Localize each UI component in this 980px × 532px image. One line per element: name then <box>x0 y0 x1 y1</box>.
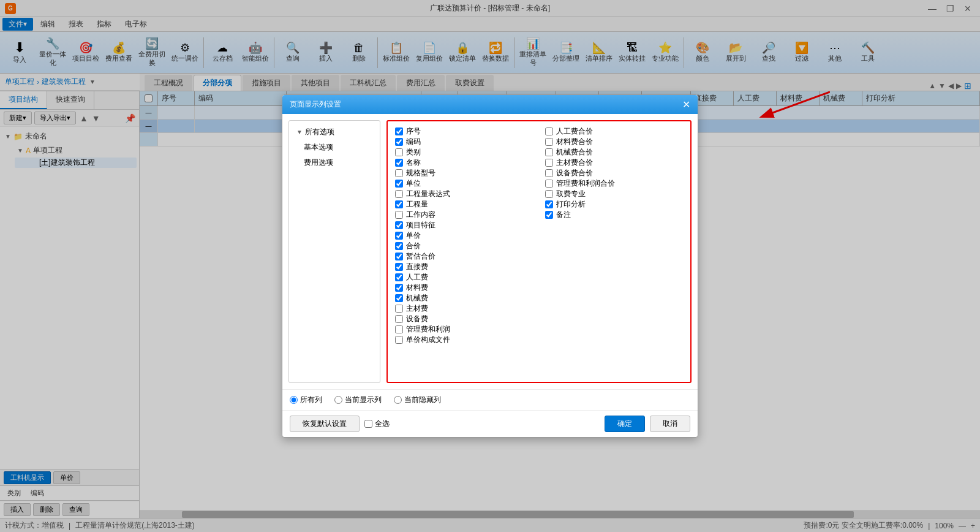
cb-remark-label: 备注 <box>556 210 571 220</box>
cb-equip-total-label: 设备费合价 <box>556 168 593 178</box>
cb-unit-input[interactable] <box>395 180 403 188</box>
cb-labor-input[interactable] <box>395 273 403 281</box>
cb-est-total-input[interactable] <box>395 253 403 260</box>
cb-machine-input[interactable] <box>395 294 403 302</box>
cb-qty-expr[interactable]: 工程量表达式 <box>395 189 533 199</box>
cb-labor-total[interactable]: 人工费合价 <box>545 126 683 137</box>
cb-print-ana[interactable]: 打印分析 <box>545 199 683 210</box>
modal-tree-fee[interactable]: 费用选项 <box>300 155 376 170</box>
cb-mat-total[interactable]: 材料费合价 <box>545 137 683 147</box>
cb-total-input[interactable] <box>395 242 403 250</box>
cb-est-total[interactable]: 暂估合价 <box>395 251 533 262</box>
cancel-button[interactable]: 取消 <box>650 416 690 432</box>
cb-qty-input[interactable] <box>395 200 403 208</box>
cb-equip-total-input[interactable] <box>545 169 553 177</box>
restore-defaults-button[interactable]: 恢复默认设置 <box>290 416 360 432</box>
cb-unit-cost-input[interactable] <box>395 336 403 344</box>
cb-category-input[interactable] <box>395 148 403 156</box>
cb-code-input[interactable] <box>395 138 403 146</box>
cb-seq-label: 序号 <box>406 126 421 137</box>
modal-checkboxes: 序号 编码 类别 名称 <box>386 120 692 383</box>
cb-unit-cost-label: 单价构成文件 <box>406 335 450 345</box>
cb-unit-label: 单位 <box>406 178 421 189</box>
cb-spec-field-label: 取费专业 <box>556 189 586 199</box>
select-all-input[interactable] <box>364 420 372 428</box>
radio-current-hide[interactable]: 当前隐藏列 <box>394 395 441 405</box>
cb-unitprice-label: 单价 <box>406 230 421 241</box>
cb-main-mat-total-label: 主材费合价 <box>556 158 593 168</box>
cb-mach-total-label: 机械费合价 <box>556 147 593 158</box>
cb-code[interactable]: 编码 <box>395 137 533 147</box>
cb-mach-total[interactable]: 机械费合价 <box>545 147 683 158</box>
radio-current-show[interactable]: 当前显示列 <box>334 395 382 405</box>
cb-labor-label: 人工费 <box>406 272 428 283</box>
cb-equip-total[interactable]: 设备费合价 <box>545 168 683 178</box>
cb-feature[interactable]: 项目特征 <box>395 220 533 230</box>
cb-labor[interactable]: 人工费 <box>395 272 533 283</box>
modal-tree: ▼ 所有选项 基本选项 费用选项 <box>288 120 380 383</box>
cb-labor-total-label: 人工费合价 <box>556 126 593 137</box>
cb-unitprice[interactable]: 单价 <box>395 230 533 241</box>
cb-mat-total-input[interactable] <box>545 138 553 146</box>
checkbox-col-right: 人工费合价 材料费合价 机械费合价 主材费合价 <box>545 126 683 345</box>
radio-group: 所有列 当前显示列 当前隐藏列 <box>290 395 441 405</box>
cb-mgmt-profit[interactable]: 管理费和利润 <box>395 324 533 335</box>
modal-tree-all[interactable]: ▼ 所有选项 <box>293 124 376 140</box>
cb-name-input[interactable] <box>395 159 403 167</box>
cb-unitprice-input[interactable] <box>395 232 403 240</box>
cb-spec-field[interactable]: 取费专业 <box>545 189 683 199</box>
cb-work-content-input[interactable] <box>395 211 403 219</box>
cb-seq[interactable]: 序号 <box>395 126 533 137</box>
cb-labor-total-input[interactable] <box>545 127 553 135</box>
cb-name[interactable]: 名称 <box>395 158 533 168</box>
modal-title-bar: 页面显示列设置 ✕ <box>282 95 698 114</box>
cb-qty[interactable]: 工程量 <box>395 199 533 210</box>
cb-mgmt-total-input[interactable] <box>545 180 553 188</box>
cb-main-mat-input[interactable] <box>395 305 403 313</box>
cb-equip-input[interactable] <box>395 315 403 323</box>
cb-qty-label: 工程量 <box>406 199 428 210</box>
cb-mgmt-profit-input[interactable] <box>395 325 403 333</box>
cb-category[interactable]: 类别 <box>395 147 533 158</box>
modal-radio-group: 所有列 当前显示列 当前隐藏列 <box>282 389 698 410</box>
cb-unit-cost[interactable]: 单价构成文件 <box>395 335 533 345</box>
checkbox-col-left: 序号 编码 类别 名称 <box>395 126 533 345</box>
confirm-button[interactable]: 确定 <box>605 416 645 432</box>
cb-print-ana-input[interactable] <box>545 200 553 208</box>
modal-actions: 恢复默认设置 全选 确定 取消 <box>282 410 698 437</box>
cb-mgmt-profit-label: 管理费和利润 <box>406 324 450 335</box>
cb-mgmt-total[interactable]: 管理费和利润合价 <box>545 178 683 189</box>
cb-work-content[interactable]: 工作内容 <box>395 210 533 220</box>
cb-material-input[interactable] <box>395 284 403 292</box>
radio-all-cols[interactable]: 所有列 <box>290 395 322 405</box>
cb-equip[interactable]: 设备费 <box>395 314 533 324</box>
modal-tree-basic[interactable]: 基本选项 <box>300 140 376 155</box>
cb-print-ana-label: 打印分析 <box>556 199 586 210</box>
cb-remark[interactable]: 备注 <box>545 210 683 220</box>
cb-direct[interactable]: 直接费 <box>395 262 533 272</box>
modal-right-buttons: 确定 取消 <box>605 416 690 432</box>
modal-close-button[interactable]: ✕ <box>682 99 690 110</box>
cb-est-total-label: 暂估合价 <box>406 251 435 262</box>
cb-qty-expr-input[interactable] <box>395 190 403 198</box>
cb-direct-input[interactable] <box>395 263 403 271</box>
cb-unit[interactable]: 单位 <box>395 178 533 189</box>
cb-main-mat[interactable]: 主材费 <box>395 303 533 314</box>
modal-body: ▼ 所有选项 基本选项 费用选项 <box>282 114 698 389</box>
cb-remark-input[interactable] <box>545 211 553 219</box>
cb-spec[interactable]: 规格型号 <box>395 168 533 178</box>
cb-mach-total-input[interactable] <box>545 148 553 156</box>
cb-feature-input[interactable] <box>395 221 403 229</box>
cb-machine[interactable]: 机械费 <box>395 293 533 303</box>
cb-main-mat-total[interactable]: 主材费合价 <box>545 158 683 168</box>
cb-material[interactable]: 材料费 <box>395 283 533 293</box>
cb-spec-field-input[interactable] <box>545 190 553 198</box>
cb-total[interactable]: 合价 <box>395 241 533 251</box>
cb-name-label: 名称 <box>406 158 421 168</box>
cb-seq-input[interactable] <box>395 127 403 135</box>
cb-main-mat-total-input[interactable] <box>545 159 553 167</box>
modal-overlay: 页面显示列设置 ✕ ▼ 所有选项 基本选项 费用选项 <box>0 0 980 532</box>
cb-main-mat-label: 主材费 <box>406 303 428 314</box>
select-all-label[interactable]: 全选 <box>364 419 390 429</box>
cb-spec-input[interactable] <box>395 169 403 177</box>
